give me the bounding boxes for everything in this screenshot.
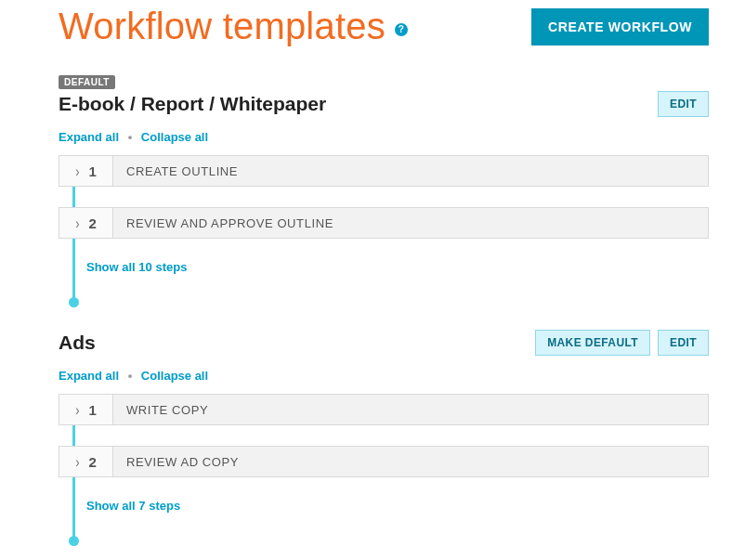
timeline-line (72, 425, 75, 542)
workflow-ads: Ads MAKE DEFAULT EDIT Expand all • Colla… (59, 330, 709, 542)
step-number: 1 (89, 163, 97, 179)
step-row[interactable]: › 2 REVIEW AND APPROVE OUTLINE (59, 207, 709, 239)
chevron-right-icon: › (75, 454, 79, 470)
workflow-ebook: DEFAULT E-book / Report / Whitepaper EDI… (59, 73, 709, 304)
workflow-name: E-book / Report / Whitepaper (59, 93, 326, 115)
step-title: REVIEW AD COPY (113, 447, 708, 476)
step-number: 1 (89, 402, 97, 418)
help-icon[interactable]: ? (395, 23, 408, 36)
timeline-end-dot (69, 536, 79, 546)
edit-button[interactable]: EDIT (658, 330, 709, 356)
timeline-end-dot (69, 297, 79, 307)
step-title: CREATE OUTLINE (113, 156, 708, 186)
page-header: Workflow templates ? CREATE WORKFLOW (59, 6, 709, 47)
collapse-all-link[interactable]: Collapse all (141, 130, 208, 144)
expand-all-link[interactable]: Expand all (59, 130, 119, 144)
step-row[interactable]: › 1 CREATE OUTLINE (59, 155, 709, 187)
show-all-steps-link[interactable]: Show all 7 steps (86, 499, 180, 513)
step-row[interactable]: › 1 WRITE COPY (59, 394, 709, 425)
step-title: WRITE COPY (113, 395, 708, 424)
step-row[interactable]: › 2 REVIEW AD COPY (59, 446, 709, 477)
make-default-button[interactable]: MAKE DEFAULT (535, 330, 650, 356)
create-workflow-button[interactable]: CREATE WORKFLOW (531, 8, 709, 46)
timeline-line (72, 187, 75, 304)
expand-all-link[interactable]: Expand all (59, 369, 119, 383)
link-separator: • (128, 369, 133, 383)
link-separator: • (128, 130, 133, 144)
step-number: 2 (89, 215, 97, 231)
default-badge: DEFAULT (59, 75, 115, 89)
step-title: REVIEW AND APPROVE OUTLINE (113, 208, 708, 238)
step-number: 2 (89, 454, 97, 470)
workflow-name: Ads (59, 332, 96, 354)
show-all-steps-link[interactable]: Show all 10 steps (86, 260, 187, 274)
collapse-all-link[interactable]: Collapse all (141, 369, 208, 383)
page-title: Workflow templates (59, 6, 386, 47)
chevron-right-icon: › (75, 402, 79, 418)
chevron-right-icon: › (75, 163, 79, 179)
edit-button[interactable]: EDIT (658, 91, 709, 117)
chevron-right-icon: › (75, 215, 79, 231)
